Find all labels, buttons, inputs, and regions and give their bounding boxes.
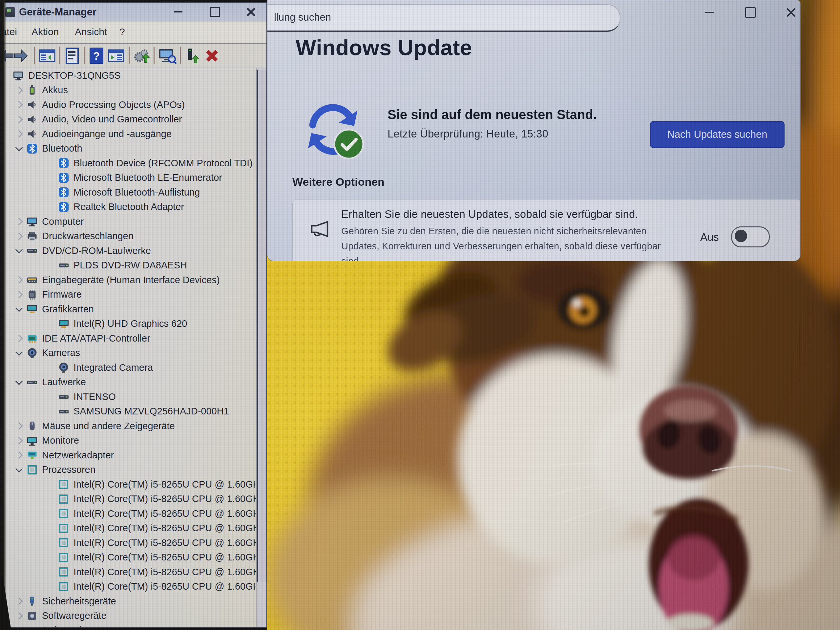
tree-item[interactable]: SAMSUNG MZVLQ256HAJD-000H1: [3, 404, 258, 419]
chevron-right-icon[interactable]: [13, 333, 26, 343]
chevron-right-icon[interactable]: [13, 436, 26, 445]
tree-item[interactable]: Akkus: [3, 83, 258, 98]
menu-aktion[interactable]: Aktion: [32, 26, 59, 38]
chevron-right-icon[interactable]: [13, 231, 26, 241]
dm-menubar: Datei Aktion Ansicht ?: [3, 22, 267, 44]
tree-item[interactable]: DESKTOP-31QNG5S: [3, 68, 258, 83]
chevron-right-icon[interactable]: [13, 216, 26, 226]
cpu-icon: [58, 537, 69, 549]
dm-titlebar[interactable]: Geräte-Manager: [3, 3, 267, 22]
tree-item[interactable]: Microsoft Bluetooth LE-Enumerator: [3, 171, 258, 185]
tree-item[interactable]: Audio, Video und Gamecontroller: [3, 112, 258, 127]
chevron-down-icon[interactable]: [13, 348, 26, 358]
tree-item[interactable]: Intel(R) UHD Graphics 620: [3, 317, 258, 332]
device-manager-app-icon: [5, 7, 15, 17]
forward-icon[interactable]: [13, 47, 30, 64]
tree-item[interactable]: Laufwerke: [3, 375, 258, 390]
tree-item[interactable]: Sicherheitsgeräte: [3, 594, 258, 609]
chevron-down-icon[interactable]: [13, 304, 26, 314]
chevron-down-icon[interactable]: [13, 465, 26, 475]
chevron-right-icon[interactable]: [13, 450, 26, 460]
settings-maximize-button[interactable]: [735, 3, 766, 22]
help-icon[interactable]: ?: [89, 47, 104, 64]
update-driver-icon[interactable]: [133, 47, 150, 64]
chevron-down-icon[interactable]: [13, 246, 26, 256]
chevron-right-icon[interactable]: [13, 275, 26, 285]
chevron-right-icon[interactable]: [13, 611, 26, 621]
disc-icon: [26, 245, 38, 257]
tree-item[interactable]: Druckwarteschlangen: [3, 229, 258, 244]
chevron-right-icon: [44, 494, 58, 504]
tree-item[interactable]: Intel(R) Core(TM) i5-8265U CPU @ 1.60GHz: [3, 565, 258, 579]
chevron-right-icon[interactable]: [13, 421, 26, 431]
chevron-right-icon: [44, 523, 58, 533]
tree-item[interactable]: Prozessoren: [3, 463, 258, 477]
latest-updates-toggle[interactable]: [731, 226, 770, 248]
tree-item[interactable]: Intel(R) Core(TM) i5-8265U CPU @ 1.60GHz: [3, 579, 258, 594]
tree-item[interactable]: Microsoft Bluetooth-Auflistung: [3, 185, 258, 200]
chevron-right-icon: [44, 363, 58, 373]
dm-vertical-scrollbar[interactable]: [256, 68, 267, 627]
tree-item-label: Intel(R) Core(TM) i5-8265U CPU @ 1.60GHz: [74, 494, 258, 504]
tree-item[interactable]: Grafikkarten: [3, 302, 258, 317]
chevron-down-icon[interactable]: [13, 377, 26, 387]
tree-item[interactable]: Intel(R) Core(TM) i5-8265U CPU @ 1.60GHz: [3, 521, 258, 536]
tree-item[interactable]: Computer: [3, 214, 258, 229]
chevron-right-icon[interactable]: [13, 85, 26, 95]
tree-item[interactable]: Bluetooth Device (RFCOMM Protocol TDI): [3, 156, 258, 171]
devices-by-type-icon[interactable]: [39, 47, 56, 64]
chevron-right-icon[interactable]: [13, 100, 26, 110]
dm-window-title: Geräte-Manager: [19, 6, 96, 18]
tree-item[interactable]: Intel(R) Core(TM) i5-8265U CPU @ 1.60GHz: [3, 550, 258, 565]
tree-item[interactable]: Intel(R) Core(TM) i5-8265U CPU @ 1.60GHz: [3, 477, 258, 492]
tree-item[interactable]: Monitore: [3, 433, 258, 448]
tree-item[interactable]: Mäuse und andere Zeigegeräte: [3, 419, 258, 433]
tree-item[interactable]: Softwaregeräte: [3, 609, 258, 624]
tree-item[interactable]: Netzwerkadapter: [3, 448, 258, 463]
tree-item[interactable]: Realtek Bluetooth Adapter: [3, 200, 258, 215]
tree-item[interactable]: Audioeingänge und -ausgänge: [3, 127, 258, 141]
tree-item[interactable]: Bluetooth: [3, 141, 258, 156]
scrollbar-thumb[interactable]: [257, 70, 267, 582]
tree-item[interactable]: Eingabegeräte (Human Interface Devices): [3, 273, 258, 287]
tree-item[interactable]: Integrated Camera: [3, 360, 258, 375]
toolbar-separator: [84, 47, 85, 64]
chevron-right-icon[interactable]: [13, 596, 26, 606]
tree-item-label: Softwarekomponenten: [42, 625, 137, 627]
settings-minimize-button[interactable]: [694, 3, 725, 22]
chevron-right-icon[interactable]: [13, 625, 26, 627]
tree-item[interactable]: Intel(R) Core(TM) i5-8265U CPU @ 1.60GHz: [3, 492, 258, 507]
settings-close-button[interactable]: [775, 3, 801, 22]
tree-item[interactable]: Softwarekomponenten: [3, 623, 258, 627]
chevron-right-icon[interactable]: [13, 129, 26, 139]
chevron-right-icon[interactable]: [13, 290, 26, 300]
dm-minimize-button[interactable]: [167, 5, 189, 19]
tree-item[interactable]: Firmware: [3, 287, 258, 302]
scan-hardware-changes-icon[interactable]: [158, 47, 177, 64]
dm-close-button[interactable]: [240, 5, 262, 19]
properties-icon[interactable]: [64, 47, 81, 64]
tree-item-label: Monitore: [42, 435, 79, 446]
devices-view-icon[interactable]: [107, 47, 125, 64]
speaker-icon: [26, 128, 38, 140]
tree-item[interactable]: Intel(R) Core(TM) i5-8265U CPU @ 1.60GHz: [3, 506, 258, 521]
enable-device-icon[interactable]: [185, 47, 202, 64]
tree-item-label: Integrated Camera: [74, 362, 153, 373]
check-updates-button[interactable]: Nach Updates suchen: [650, 121, 785, 148]
settings-search-input[interactable]: llung suchen: [267, 4, 621, 32]
tree-item-label: Laufwerke: [42, 377, 86, 387]
tree-item[interactable]: IDE ATA/ATAPI-Controller: [3, 331, 258, 346]
tree-item[interactable]: Audio Processing Objects (APOs): [3, 98, 258, 112]
tree-item[interactable]: Intel(R) Core(TM) i5-8265U CPU @ 1.60GHz: [3, 535, 258, 550]
chevron-right-icon[interactable]: [13, 115, 26, 124]
tree-item[interactable]: Kameras: [3, 346, 258, 361]
tree-item[interactable]: DVD/CD-ROM-Laufwerke: [3, 243, 258, 258]
tree-item[interactable]: PLDS DVD-RW DA8AESH: [3, 258, 258, 273]
menu-help[interactable]: ?: [120, 26, 125, 38]
dm-maximize-button[interactable]: [204, 5, 226, 19]
ide-icon: [26, 332, 38, 344]
uninstall-device-icon[interactable]: [204, 47, 221, 64]
tree-item[interactable]: INTENSO: [3, 390, 258, 404]
menu-ansicht[interactable]: Ansicht: [75, 26, 107, 38]
chevron-down-icon[interactable]: [13, 144, 26, 153]
